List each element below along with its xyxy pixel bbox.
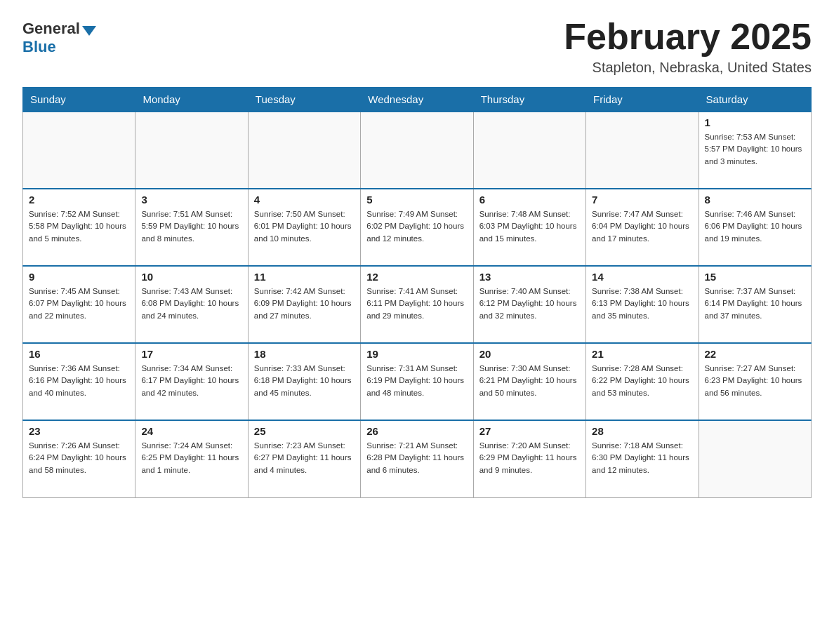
calendar-day-header: Thursday xyxy=(473,88,585,112)
calendar-day-cell xyxy=(699,420,811,497)
day-number: 8 xyxy=(705,194,805,206)
day-number: 25 xyxy=(254,425,355,437)
page-header: General Blue February 2025 Stapleton, Ne… xyxy=(22,17,812,76)
day-number: 22 xyxy=(705,348,805,360)
calendar-day-cell xyxy=(586,112,699,189)
day-number: 24 xyxy=(141,425,241,437)
day-number: 10 xyxy=(141,271,241,283)
day-number: 1 xyxy=(705,116,805,128)
calendar-day-header: Sunday xyxy=(23,88,135,112)
calendar-week-row: 23Sunrise: 7:26 AM Sunset: 6:24 PM Dayli… xyxy=(23,420,812,497)
calendar-day-cell: 4Sunrise: 7:50 AM Sunset: 6:01 PM Daylig… xyxy=(248,189,360,266)
calendar-day-cell xyxy=(361,112,473,189)
calendar-day-cell: 10Sunrise: 7:43 AM Sunset: 6:08 PM Dayli… xyxy=(135,266,248,343)
calendar-day-cell: 9Sunrise: 7:45 AM Sunset: 6:07 PM Daylig… xyxy=(23,266,135,343)
calendar-week-row: 16Sunrise: 7:36 AM Sunset: 6:16 PM Dayli… xyxy=(23,343,812,420)
day-number: 6 xyxy=(479,194,580,206)
calendar-day-cell: 3Sunrise: 7:51 AM Sunset: 5:59 PM Daylig… xyxy=(135,189,248,266)
calendar-day-cell: 1Sunrise: 7:53 AM Sunset: 5:57 PM Daylig… xyxy=(699,112,811,189)
calendar-day-cell: 15Sunrise: 7:37 AM Sunset: 6:14 PM Dayli… xyxy=(699,266,811,343)
calendar-day-cell: 26Sunrise: 7:21 AM Sunset: 6:28 PM Dayli… xyxy=(361,420,473,497)
calendar-day-cell: 11Sunrise: 7:42 AM Sunset: 6:09 PM Dayli… xyxy=(248,266,360,343)
calendar-day-cell: 12Sunrise: 7:41 AM Sunset: 6:11 PM Dayli… xyxy=(361,266,473,343)
day-info: Sunrise: 7:24 AM Sunset: 6:25 PM Dayligh… xyxy=(141,440,241,476)
calendar-day-cell: 22Sunrise: 7:27 AM Sunset: 6:23 PM Dayli… xyxy=(699,343,811,420)
day-info: Sunrise: 7:26 AM Sunset: 6:24 PM Dayligh… xyxy=(29,440,129,476)
day-number: 9 xyxy=(29,271,129,283)
day-info: Sunrise: 7:49 AM Sunset: 6:02 PM Dayligh… xyxy=(366,208,467,245)
day-info: Sunrise: 7:37 AM Sunset: 6:14 PM Dayligh… xyxy=(705,286,805,322)
calendar-day-header: Wednesday xyxy=(361,88,473,112)
day-info: Sunrise: 7:27 AM Sunset: 6:23 PM Dayligh… xyxy=(705,363,805,399)
calendar-day-cell: 20Sunrise: 7:30 AM Sunset: 6:21 PM Dayli… xyxy=(473,343,585,420)
day-number: 16 xyxy=(29,348,129,360)
day-number: 2 xyxy=(29,194,129,206)
calendar-day-cell: 7Sunrise: 7:47 AM Sunset: 6:04 PM Daylig… xyxy=(586,189,699,266)
day-info: Sunrise: 7:52 AM Sunset: 5:58 PM Dayligh… xyxy=(29,208,129,245)
calendar-day-cell: 19Sunrise: 7:31 AM Sunset: 6:19 PM Dayli… xyxy=(361,343,473,420)
calendar-day-cell: 6Sunrise: 7:48 AM Sunset: 6:03 PM Daylig… xyxy=(473,189,585,266)
logo-general-text: General xyxy=(22,20,80,38)
day-number: 18 xyxy=(254,348,355,360)
calendar-day-header: Monday xyxy=(135,88,248,112)
day-number: 17 xyxy=(141,348,241,360)
calendar-day-cell: 18Sunrise: 7:33 AM Sunset: 6:18 PM Dayli… xyxy=(248,343,360,420)
calendar-day-header: Tuesday xyxy=(248,88,360,112)
calendar-day-cell: 2Sunrise: 7:52 AM Sunset: 5:58 PM Daylig… xyxy=(23,189,135,266)
day-info: Sunrise: 7:46 AM Sunset: 6:06 PM Dayligh… xyxy=(705,208,805,245)
day-info: Sunrise: 7:36 AM Sunset: 6:16 PM Dayligh… xyxy=(29,363,129,399)
calendar-day-cell: 25Sunrise: 7:23 AM Sunset: 6:27 PM Dayli… xyxy=(248,420,360,497)
calendar-day-cell xyxy=(135,112,248,189)
calendar-week-row: 9Sunrise: 7:45 AM Sunset: 6:07 PM Daylig… xyxy=(23,266,812,343)
calendar-week-row: 1Sunrise: 7:53 AM Sunset: 5:57 PM Daylig… xyxy=(23,112,812,189)
day-info: Sunrise: 7:50 AM Sunset: 6:01 PM Dayligh… xyxy=(254,208,355,245)
day-info: Sunrise: 7:41 AM Sunset: 6:11 PM Dayligh… xyxy=(366,286,467,322)
page-title: February 2025 xyxy=(564,17,812,57)
day-info: Sunrise: 7:33 AM Sunset: 6:18 PM Dayligh… xyxy=(254,363,355,399)
day-info: Sunrise: 7:23 AM Sunset: 6:27 PM Dayligh… xyxy=(254,440,355,476)
day-number: 4 xyxy=(254,194,355,206)
day-number: 15 xyxy=(705,271,805,283)
calendar-day-cell xyxy=(473,112,585,189)
day-number: 26 xyxy=(366,425,467,437)
day-info: Sunrise: 7:31 AM Sunset: 6:19 PM Dayligh… xyxy=(366,363,467,399)
calendar-day-cell: 24Sunrise: 7:24 AM Sunset: 6:25 PM Dayli… xyxy=(135,420,248,497)
day-number: 20 xyxy=(479,348,580,360)
day-number: 28 xyxy=(592,425,692,437)
day-number: 21 xyxy=(592,348,692,360)
day-info: Sunrise: 7:38 AM Sunset: 6:13 PM Dayligh… xyxy=(592,286,692,322)
calendar-day-cell: 28Sunrise: 7:18 AM Sunset: 6:30 PM Dayli… xyxy=(586,420,699,497)
day-info: Sunrise: 7:20 AM Sunset: 6:29 PM Dayligh… xyxy=(479,440,580,476)
calendar-day-cell: 23Sunrise: 7:26 AM Sunset: 6:24 PM Dayli… xyxy=(23,420,135,497)
day-info: Sunrise: 7:34 AM Sunset: 6:17 PM Dayligh… xyxy=(141,363,241,399)
day-number: 27 xyxy=(479,425,580,437)
logo: General Blue xyxy=(22,20,96,56)
day-info: Sunrise: 7:45 AM Sunset: 6:07 PM Dayligh… xyxy=(29,286,129,322)
day-number: 11 xyxy=(254,271,355,283)
day-info: Sunrise: 7:51 AM Sunset: 5:59 PM Dayligh… xyxy=(141,208,241,245)
page-subtitle: Stapleton, Nebraska, United States xyxy=(564,60,812,76)
day-number: 13 xyxy=(479,271,580,283)
title-area: February 2025 Stapleton, Nebraska, Unite… xyxy=(564,17,812,76)
calendar-day-cell: 8Sunrise: 7:46 AM Sunset: 6:06 PM Daylig… xyxy=(699,189,811,266)
day-number: 14 xyxy=(592,271,692,283)
day-info: Sunrise: 7:42 AM Sunset: 6:09 PM Dayligh… xyxy=(254,286,355,322)
calendar-day-header: Saturday xyxy=(699,88,811,112)
day-info: Sunrise: 7:43 AM Sunset: 6:08 PM Dayligh… xyxy=(141,286,241,322)
logo-blue-text: Blue xyxy=(22,38,56,56)
calendar-day-cell: 14Sunrise: 7:38 AM Sunset: 6:13 PM Dayli… xyxy=(586,266,699,343)
day-info: Sunrise: 7:28 AM Sunset: 6:22 PM Dayligh… xyxy=(592,363,692,399)
day-info: Sunrise: 7:40 AM Sunset: 6:12 PM Dayligh… xyxy=(479,286,580,322)
calendar-day-cell: 17Sunrise: 7:34 AM Sunset: 6:17 PM Dayli… xyxy=(135,343,248,420)
calendar-day-cell: 13Sunrise: 7:40 AM Sunset: 6:12 PM Dayli… xyxy=(473,266,585,343)
day-number: 3 xyxy=(141,194,241,206)
calendar-day-cell: 27Sunrise: 7:20 AM Sunset: 6:29 PM Dayli… xyxy=(473,420,585,497)
day-info: Sunrise: 7:48 AM Sunset: 6:03 PM Dayligh… xyxy=(479,208,580,245)
day-info: Sunrise: 7:47 AM Sunset: 6:04 PM Dayligh… xyxy=(592,208,692,245)
day-number: 5 xyxy=(366,194,467,206)
calendar-day-cell: 5Sunrise: 7:49 AM Sunset: 6:02 PM Daylig… xyxy=(361,189,473,266)
day-number: 12 xyxy=(366,271,467,283)
day-number: 7 xyxy=(592,194,692,206)
calendar-day-cell xyxy=(23,112,135,189)
day-info: Sunrise: 7:30 AM Sunset: 6:21 PM Dayligh… xyxy=(479,363,580,399)
